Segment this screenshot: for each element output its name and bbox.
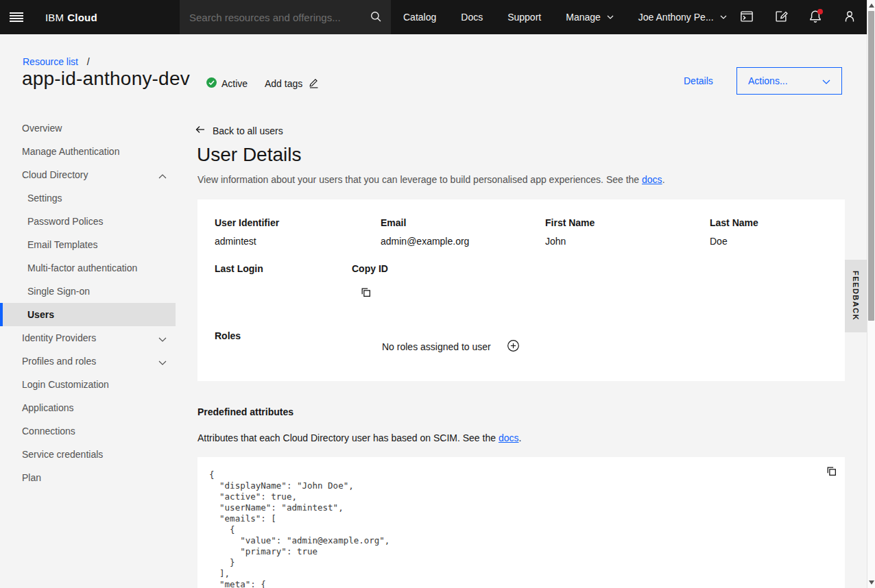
nav-catalog[interactable]: Catalog [391, 0, 448, 34]
sidebar-item-applications[interactable]: Applications [0, 396, 176, 419]
sidebar-item-settings[interactable]: Settings [0, 186, 176, 210]
sidebar-item-multi-factor-authentication[interactable]: Multi-factor authentication [0, 256, 176, 280]
sidebar-item-users[interactable]: Users [0, 303, 176, 326]
chevron-up-icon [158, 170, 167, 181]
chevron-down-icon [158, 356, 167, 367]
predefined-attributes-heading: Predefined attributes [197, 406, 293, 417]
user-details-heading: User Details [197, 144, 301, 166]
sidebar-item-connections[interactable]: Connections [0, 419, 176, 443]
header-icon-group [730, 0, 867, 34]
top-header: IBM Cloud Catalog Docs Support Manage Jo… [0, 0, 867, 34]
user-details-description: View information about your users that y… [197, 174, 665, 185]
nav-manage[interactable]: Manage [553, 0, 626, 34]
scrollbar-up-arrow[interactable] [869, 3, 874, 8]
docs-link[interactable]: docs [499, 432, 519, 443]
breadcrumb-separator: / [87, 56, 90, 67]
field-label-email: Email [381, 217, 406, 228]
ibm-cloud-logo[interactable]: IBM Cloud [45, 0, 97, 34]
nav-account[interactable]: Joe Anthony Pe... [626, 0, 739, 34]
notification-dot [817, 9, 823, 14]
search-icon [370, 10, 382, 25]
field-label-last-login: Last Login [215, 263, 263, 274]
chevron-down-icon [158, 333, 167, 344]
sidebar-item-manage-authentication[interactable]: Manage Authentication [0, 140, 176, 163]
status-badge-label: Active [221, 78, 248, 89]
scim-attributes-code-block: { "displayName": "John Doe", "active": t… [197, 457, 845, 588]
copy-icon [360, 286, 372, 300]
nav-support[interactable]: Support [495, 0, 553, 34]
feedback-edit-button[interactable] [764, 0, 798, 34]
hamburger-menu-button[interactable] [0, 0, 33, 34]
back-to-all-users-link[interactable]: Back to all users [195, 124, 283, 137]
field-value-first-name: John [545, 236, 566, 247]
vertical-scrollbar[interactable] [867, 0, 875, 588]
scrollbar-thumb[interactable] [868, 11, 874, 321]
edit-square-icon [774, 10, 788, 25]
predefined-attributes-description: Attributes that each Cloud Directory use… [197, 432, 521, 443]
scim-json-code: { "displayName": "John Doe", "active": t… [209, 469, 389, 588]
cloud-shell-icon [740, 10, 754, 25]
nav-docs[interactable]: Docs [448, 0, 495, 34]
copy-code-button[interactable] [826, 465, 837, 479]
sidebar-item-single-sign-on[interactable]: Single Sign-on [0, 280, 176, 303]
sidebar-item-profiles-and-roles[interactable]: Profiles and roles [0, 350, 176, 373]
chevron-down-icon [720, 15, 727, 19]
field-label-user-identifier: User Identifier [215, 217, 279, 228]
sidebar-item-identity-providers[interactable]: Identity Providers [0, 326, 176, 350]
search-button[interactable] [361, 0, 391, 34]
avatar-icon [843, 10, 856, 25]
sidebar-item-overview[interactable]: Overview [0, 117, 176, 140]
breadcrumb: Resource list / [23, 56, 90, 67]
header-search [180, 0, 391, 34]
docs-link[interactable]: docs [642, 174, 662, 185]
details-link[interactable]: Details [684, 75, 713, 86]
profile-avatar-button[interactable] [832, 0, 867, 34]
sidebar-item-email-templates[interactable]: Email Templates [0, 233, 176, 256]
feedback-tab[interactable]: FEEDBACK [845, 260, 867, 332]
sidebar-item-service-credentials[interactable]: Service credentials [0, 443, 176, 466]
sidebar-item-cloud-directory[interactable]: Cloud Directory [0, 163, 176, 186]
add-tags-button[interactable]: Add tags [265, 77, 320, 90]
sidebar-item-login-customization[interactable]: Login Customization [0, 373, 176, 396]
breadcrumb-resource-list-link[interactable]: Resource list [23, 56, 78, 67]
notifications-button[interactable] [798, 0, 832, 34]
roles-empty-text: No roles assigned to user [382, 341, 491, 352]
field-label-copy-id: Copy ID [352, 263, 388, 274]
hamburger-icon [10, 12, 23, 22]
status-badge: Active [206, 77, 248, 90]
chevron-down-icon [607, 15, 614, 19]
field-label-last-name: Last Name [710, 217, 758, 228]
check-circle-icon [206, 77, 221, 90]
cloud-shell-button[interactable] [730, 0, 764, 34]
arrow-left-icon [195, 124, 213, 137]
page-title: app-id-anthony-dev [22, 68, 190, 90]
search-input[interactable] [180, 0, 361, 34]
user-details-card: User Identifier Email First Name Last Na… [197, 199, 845, 381]
edit-pencil-icon [302, 77, 320, 90]
scrollbar-down-arrow[interactable] [869, 580, 874, 585]
sidebar-nav: Overview Manage Authentication Cloud Dir… [0, 117, 176, 489]
add-role-button[interactable] [507, 339, 520, 354]
copy-id-button[interactable] [360, 286, 372, 300]
field-value-email: admin@example.org [381, 236, 469, 247]
chevron-down-icon [822, 75, 830, 86]
sidebar-item-plan[interactable]: Plan [0, 466, 176, 489]
copy-icon [826, 465, 837, 479]
header-nav: Catalog Docs Support Manage Joe Anthony … [391, 0, 739, 34]
roles-label: Roles [215, 330, 241, 341]
sidebar-item-password-polices[interactable]: Password Polices [0, 210, 176, 233]
actions-dropdown[interactable]: Actions... [736, 67, 842, 95]
field-label-first-name: First Name [545, 217, 595, 228]
field-value-user-identifier: admintest [215, 236, 256, 247]
field-value-last-name: Doe [710, 236, 728, 247]
add-circle-icon [507, 339, 520, 354]
